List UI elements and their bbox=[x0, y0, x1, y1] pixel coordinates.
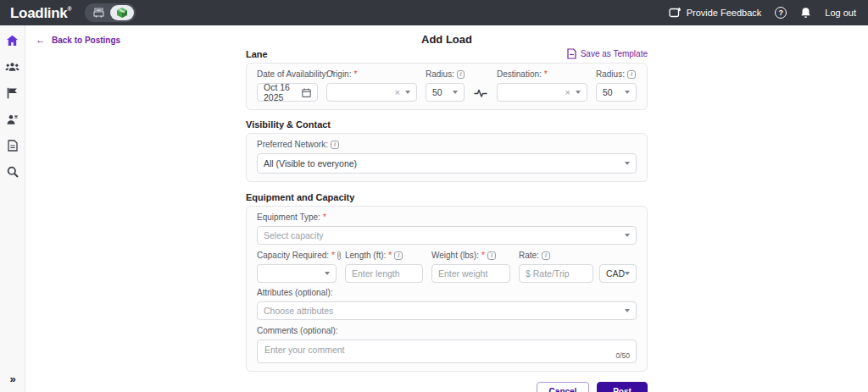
weight-label: Weight (lbs):*i bbox=[431, 251, 510, 260]
sidebar: » bbox=[0, 25, 25, 392]
chevron-down-icon[interactable] bbox=[625, 91, 630, 94]
clear-icon[interactable]: × bbox=[395, 88, 400, 97]
visibility-section-title: Visibility & Contact bbox=[246, 119, 331, 130]
comments-placeholder: Enter your comment bbox=[264, 345, 345, 355]
origin-radius-value: 50 bbox=[432, 87, 442, 97]
save-as-template-link[interactable]: Save as Template bbox=[567, 48, 648, 59]
users-icon bbox=[5, 62, 19, 73]
chevron-down-icon[interactable] bbox=[625, 162, 630, 165]
feedback-icon bbox=[669, 7, 682, 19]
chevron-down-icon[interactable] bbox=[625, 309, 630, 312]
board-mode-toggle[interactable] bbox=[85, 3, 136, 22]
user-x-icon bbox=[6, 114, 19, 125]
sidebar-item-flag[interactable] bbox=[6, 86, 19, 100]
flag-icon bbox=[7, 87, 18, 99]
provide-feedback-button[interactable]: Provide Feedback bbox=[669, 7, 762, 19]
equipment-type-select[interactable]: Select capacity bbox=[257, 226, 637, 245]
sidebar-item-users[interactable] bbox=[6, 60, 19, 74]
app-window: Loadlink® Provide Feedback ? bbox=[0, 0, 868, 392]
chevron-down-icon[interactable] bbox=[625, 234, 630, 237]
weight-field-box bbox=[431, 264, 510, 283]
chevron-down-icon[interactable] bbox=[576, 91, 581, 94]
destination-radius-value: 50 bbox=[603, 87, 613, 97]
clear-icon[interactable]: × bbox=[565, 88, 570, 97]
attributes-placeholder: Choose attributes bbox=[264, 306, 333, 316]
back-arrow-icon: ← bbox=[36, 34, 46, 46]
capacity-required-select[interactable] bbox=[257, 264, 337, 283]
calendar-icon[interactable] bbox=[302, 88, 311, 97]
capacity-required-label: Capacity Required:*i bbox=[257, 251, 337, 260]
post-button[interactable]: Post bbox=[597, 382, 648, 392]
destination-radius-label: Radius:i bbox=[596, 69, 637, 79]
chevron-down-icon[interactable] bbox=[325, 272, 330, 275]
cancel-button[interactable]: Cancel bbox=[537, 382, 589, 392]
length-input[interactable] bbox=[352, 268, 416, 279]
sidebar-item-document[interactable] bbox=[6, 139, 19, 152]
equipment-section-title: Equipment and Capacity bbox=[246, 192, 354, 202]
info-icon[interactable]: i bbox=[542, 251, 550, 260]
equipment-type-placeholder: Select capacity bbox=[264, 230, 324, 240]
date-of-availability-field[interactable]: Oct 16 2025 bbox=[257, 83, 318, 102]
sidebar-item-search[interactable] bbox=[6, 165, 19, 179]
info-icon[interactable]: i bbox=[337, 251, 341, 260]
rate-input[interactable] bbox=[526, 268, 587, 279]
char-counter: 0/50 bbox=[615, 351, 630, 360]
truck-mode-segment[interactable] bbox=[86, 5, 110, 20]
length-field-box bbox=[345, 264, 423, 283]
equipment-type-label: Equipment Type:* bbox=[257, 213, 637, 222]
page-title: Add Load bbox=[25, 25, 868, 46]
add-load-form: Lane Save as Template Date of Availabili… bbox=[246, 48, 648, 392]
form-actions: Cancel Post bbox=[246, 382, 648, 392]
loadlink-logo: Loadlink® bbox=[10, 6, 71, 20]
origin-field[interactable]: × bbox=[326, 83, 417, 102]
preferred-network-value: All (Visible to everyone) bbox=[264, 158, 357, 168]
bell-icon[interactable] bbox=[800, 7, 811, 19]
info-icon[interactable]: i bbox=[394, 251, 403, 260]
lane-section-title: Lane bbox=[246, 49, 268, 59]
chevron-down-icon[interactable] bbox=[625, 272, 630, 275]
back-link-label: Back to Postings bbox=[52, 36, 120, 45]
destination-label: Destination:* bbox=[497, 69, 587, 79]
info-icon[interactable]: i bbox=[457, 70, 465, 79]
help-icon[interactable]: ? bbox=[775, 7, 787, 19]
sidebar-item-home[interactable] bbox=[6, 34, 19, 47]
comments-textarea[interactable]: Enter your comment 0/50 bbox=[257, 340, 637, 363]
preferred-network-label: Preferred Network:i bbox=[257, 140, 637, 149]
provide-feedback-label: Provide Feedback bbox=[687, 8, 762, 18]
logout-button[interactable]: Log out bbox=[825, 8, 856, 18]
visibility-panel: Preferred Network:i All (Visible to ever… bbox=[246, 133, 648, 182]
origin-radius-label: Radius:i bbox=[426, 69, 465, 79]
currency-select[interactable]: CAD bbox=[599, 264, 637, 283]
origin-label: Origin:* bbox=[326, 69, 417, 79]
attributes-select[interactable]: Choose attributes bbox=[257, 301, 637, 320]
sidebar-item-user-remove[interactable] bbox=[6, 113, 19, 126]
back-to-postings-link[interactable]: ← Back to Postings bbox=[36, 34, 120, 46]
destination-radius-select[interactable]: 50 bbox=[596, 83, 637, 102]
rate-field-box bbox=[519, 264, 593, 283]
attributes-label: Attributes (optional): bbox=[257, 288, 637, 297]
comments-label: Comments (optional): bbox=[257, 326, 637, 335]
info-icon[interactable]: i bbox=[331, 141, 339, 149]
template-doc-icon bbox=[567, 48, 576, 59]
rate-label: Rate:i bbox=[519, 251, 637, 260]
currency-value: CAD bbox=[606, 268, 625, 279]
sidebar-expand-icon[interactable]: » bbox=[0, 373, 25, 385]
preferred-network-select[interactable]: All (Visible to everyone) bbox=[257, 153, 637, 174]
lane-panel: Date of Availability:* Oct 16 2025 Origi… bbox=[246, 63, 648, 110]
info-icon[interactable]: i bbox=[627, 70, 636, 79]
home-icon bbox=[6, 35, 19, 47]
origin-radius-select[interactable]: 50 bbox=[426, 83, 465, 102]
search-icon bbox=[7, 166, 19, 178]
load-mode-segment[interactable] bbox=[110, 5, 134, 20]
destination-field[interactable]: × bbox=[497, 83, 587, 102]
route-icon bbox=[473, 88, 488, 98]
main-content: ← Back to Postings Add Load Lane Save as… bbox=[25, 25, 868, 392]
chevron-down-icon[interactable] bbox=[453, 91, 458, 94]
info-icon[interactable]: i bbox=[487, 251, 496, 260]
chevron-down-icon[interactable] bbox=[405, 91, 410, 94]
date-of-availability-label: Date of Availability:* bbox=[257, 69, 318, 79]
weight-input[interactable] bbox=[438, 268, 504, 279]
length-label: Length (ft):*i bbox=[345, 251, 423, 260]
topbar-actions: Provide Feedback ? Log out bbox=[669, 7, 856, 19]
save-as-template-label: Save as Template bbox=[581, 49, 648, 58]
